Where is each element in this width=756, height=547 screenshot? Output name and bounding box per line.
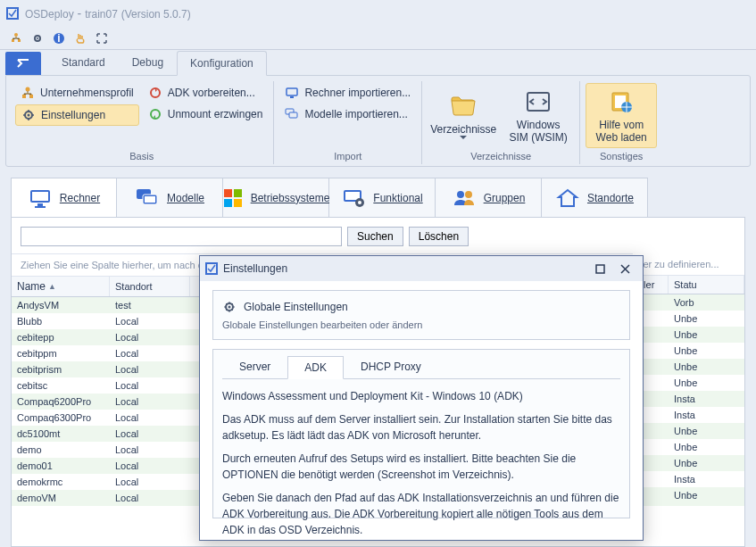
cell-status: Insta [669,473,744,485]
cell-name: demokrmc [12,476,110,488]
cell-standort: Local [110,315,190,327]
nav-tab-funktional[interactable]: Funktional [329,178,436,217]
qa-gear-icon[interactable] [29,29,46,47]
label: Unmount erzwingen [168,108,263,120]
btn-unternehmensprofil[interactable]: Unternehmensprofil [15,83,139,103]
nav-tab-standorte[interactable]: Standorte [542,178,648,217]
btn-modelle-import[interactable]: Modelle importieren... [279,104,416,124]
table-row[interactable]: Unbe [633,375,744,391]
svg-point-37 [358,201,361,204]
qa-org-icon[interactable] [7,29,25,47]
col-standort[interactable]: Standort [110,277,190,296]
btn-hilfe-web[interactable]: Hilfe vom Web laden [586,83,657,148]
col-name[interactable]: Name▲ [12,277,110,296]
cell-name: demo [12,443,110,456]
svg-rect-10 [29,95,33,98]
house-icon [555,187,580,209]
dialog-tab-server[interactable]: Server [222,355,287,378]
window-titlebar: OSDeploy - train07 (Version 5.0.7) [0,0,756,27]
btn-wsim[interactable]: Windows SIM (WSIM) [503,83,574,148]
cell-name: demoVM [12,492,110,504]
label: Gruppen [484,192,526,204]
table-row[interactable]: Unbe [633,487,744,503]
table-row[interactable]: Unbe [633,359,744,375]
monitor-gear-icon [341,187,366,209]
dialog-tab-adk[interactable]: ADK [287,356,344,379]
dialog-tab-dhcp[interactable]: DHCP Proxy [344,355,438,378]
nav-tab-modelle[interactable]: Modelle [117,178,223,217]
clear-button[interactable]: Löschen [409,227,469,246]
box-subtitle: Globale Einstellungen bearbeiten oder än… [222,319,620,330]
col-status[interactable]: Statu [669,276,744,294]
table-row[interactable]: Insta [633,407,744,423]
label: Betriebssysteme [251,192,330,204]
table-row[interactable]: Unbe [633,423,744,439]
ribbon-group-basis: Unternehmensprofil Einstellungen ADK vor… [10,81,274,164]
btn-adk-vorbereiten[interactable]: ADK vorbereiten... [143,83,269,103]
qa-info-icon[interactable]: i [50,29,68,47]
search-input[interactable] [21,227,342,246]
ribbon-file-button[interactable] [5,52,41,75]
table-row[interactable]: Unbe [633,311,744,327]
qa-expand-icon[interactable] [93,29,111,47]
folder-icon [449,92,478,120]
cell-standort: Local [110,363,190,376]
svg-rect-24 [32,192,48,201]
ribbon-group-import: Rechner importieren... Modelle importier… [274,81,422,164]
nav-tab-rechner[interactable]: Rechner [11,178,117,217]
search-button[interactable]: Suchen [347,227,403,246]
ribbon-tab-konfiguration[interactable]: Konfiguration [177,51,267,76]
box-title: Globale Einstellungen [244,301,348,313]
svg-rect-32 [224,199,232,207]
svg-rect-30 [224,189,232,197]
nav-tab-gruppen[interactable]: Gruppen [436,178,542,217]
svg-rect-26 [35,206,46,208]
btn-unmount[interactable]: Unmount erzwingen [143,104,269,124]
btn-verzeichnisse[interactable]: Verzeichnisse [428,83,499,148]
ribbon-tabs: Standard Debug Konfiguration [0,50,756,75]
ribbon-body: Unternehmensprofil Einstellungen ADK vor… [5,75,751,167]
cell-name: demo01 [12,460,110,472]
svg-rect-2 [12,39,14,42]
book-globe-icon [607,87,636,116]
dialog-titlebar[interactable]: Einstellungen [200,256,643,281]
table-row[interactable]: Unbe [633,327,744,343]
label: Modelle importieren... [304,108,407,120]
group-title: Basis [15,148,268,162]
table-row[interactable]: Insta [633,471,744,487]
ribbon-tab-standard[interactable]: Standard [48,50,119,75]
table-row[interactable]: Unbe [633,455,744,471]
svg-rect-29 [145,196,155,203]
close-button[interactable] [612,260,637,278]
svg-rect-33 [234,199,242,207]
svg-rect-3 [18,39,21,42]
cell-status: Unbe [669,377,744,389]
table-row[interactable]: Unbe [633,343,744,359]
ribbon-tab-debug[interactable]: Debug [119,50,177,75]
cell-name: dc5100mt [12,427,110,440]
cell-status: Unbe [669,312,744,325]
svg-point-1 [14,33,18,37]
svg-rect-40 [206,263,217,274]
dialog-tab-box: Server ADK DHCP Proxy Windows Assessment… [212,349,630,518]
cell-standort: Local [110,347,190,360]
table-row[interactable]: Insta [633,391,744,407]
table-row[interactable]: Vorb [633,294,744,311]
cell-name: cebitsc [12,379,110,392]
table-row[interactable]: Unbe [633,439,744,455]
nav-tab-betriebssysteme[interactable]: Betriebssysteme [223,178,329,217]
adk-p2: Durch erneuten Aufruf des Setups wird es… [222,451,620,483]
svg-rect-18 [289,112,297,118]
cell-status: Insta [669,393,744,405]
gear-icon [21,108,36,122]
ribbon-group-verzeichnisse: Verzeichnisse Windows SIM (WSIM) Verzeic… [422,81,580,164]
qa-hand-icon[interactable] [71,29,89,47]
btn-rechner-import[interactable]: Rechner importieren... [279,83,416,103]
adk-p3: Geben Sie danach den Pfad auf das ADK In… [222,490,620,536]
btn-einstellungen[interactable]: Einstellungen [15,104,139,126]
app-icon [205,262,218,275]
app-icon [5,6,20,21]
cell-name: Blubb [12,315,110,327]
maximize-button[interactable] [587,260,612,278]
svg-point-8 [26,87,30,92]
